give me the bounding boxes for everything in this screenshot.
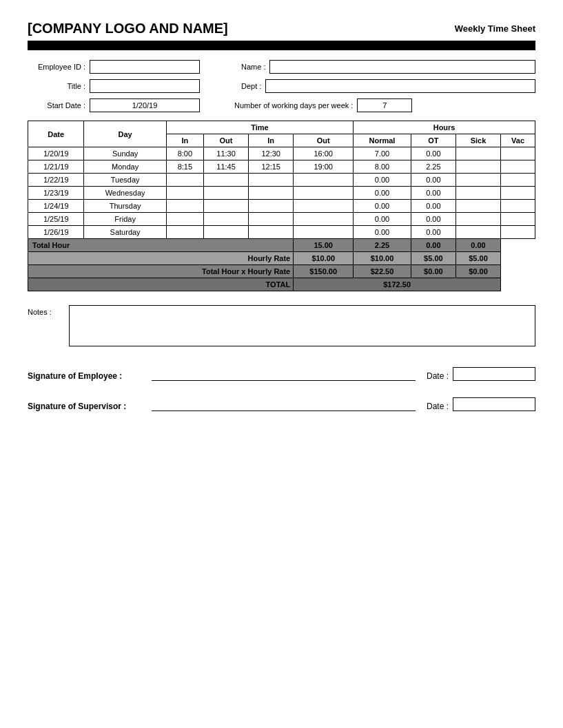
notes-section: Notes : (28, 305, 535, 346)
notes-input[interactable] (69, 305, 535, 346)
table-cell (166, 213, 203, 226)
table-row: 1/23/19Wednesday0.000.00 (28, 187, 535, 200)
employee-id-label: Employee ID : (28, 63, 90, 71)
total-label: TOTAL (28, 278, 294, 291)
title-label: Title : (28, 82, 90, 90)
employee-id-input[interactable] (90, 60, 200, 74)
col-out2-header: Out (294, 134, 354, 147)
hourly-rate-vac: $5.00 (455, 252, 500, 265)
supervisor-sig-row: Signature of Supervisor : Date : (28, 397, 535, 411)
employee-sig-section: Signature of Employee : Date : (28, 367, 535, 381)
hourly-rate-sick: $5.00 (411, 252, 455, 265)
decorative-bar (28, 41, 535, 50)
employee-date-input[interactable] (453, 367, 535, 381)
notes-label: Notes : (28, 305, 69, 316)
dept-input[interactable] (265, 79, 535, 93)
hourly-rate-normal: $10.00 (294, 252, 354, 265)
supervisor-sig-section: Signature of Supervisor : Date : (28, 397, 535, 411)
col-hours-group: Hours (354, 121, 535, 134)
table-cell: 1/26/19 (28, 226, 84, 239)
table-row: 1/24/19Thursday0.000.00 (28, 200, 535, 213)
form-row-title: Title : Dept : (28, 79, 535, 93)
table-cell: 1/23/19 (28, 187, 84, 200)
company-logo-name: [COMPANY LOGO AND NAME] (28, 21, 228, 37)
table-cell: 0.00 (354, 187, 411, 200)
table-cell (455, 174, 500, 187)
table-cell: 1/25/19 (28, 213, 84, 226)
table-cell: 0.00 (411, 147, 455, 160)
table-cell: 0.00 (411, 213, 455, 226)
table-cell (203, 200, 248, 213)
table-cell: 0.00 (354, 200, 411, 213)
total-hour-rate-sick: $0.00 (411, 265, 455, 278)
table-cell (166, 226, 203, 239)
total-hour-rate-vac: $0.00 (455, 265, 500, 278)
table-row: 1/26/19Saturday0.000.00 (28, 226, 535, 239)
table-cell (249, 200, 294, 213)
table-cell: 0.00 (411, 187, 455, 200)
table-cell: Friday (84, 213, 166, 226)
header: [COMPANY LOGO AND NAME] Weekly Time Shee… (28, 21, 535, 37)
col-ot-header: OT (411, 134, 455, 147)
col-sick-header: Sick (455, 134, 500, 147)
table-cell (455, 226, 500, 239)
table-cell (455, 213, 500, 226)
name-label: Name : (234, 63, 269, 71)
working-days-group: Number of working days per week : (234, 98, 535, 112)
table-cell (249, 213, 294, 226)
table-cell (294, 174, 354, 187)
table-cell: 0.00 (411, 200, 455, 213)
table-cell (294, 213, 354, 226)
sheet-title: Weekly Time Sheet (455, 23, 535, 34)
table-cell: 1/22/19 (28, 174, 84, 187)
table-row: 1/20/19Sunday8:0011:3012:3016:007.000.00 (28, 147, 535, 160)
table-cell (203, 187, 248, 200)
table-cell: Tuesday (84, 174, 166, 187)
name-input[interactable] (269, 60, 535, 74)
working-days-input[interactable] (357, 98, 412, 112)
table-cell: 1/24/19 (28, 200, 84, 213)
table-cell: 8.00 (354, 160, 411, 174)
total-hour-rate-label: Total Hour x Hourly Rate (28, 265, 294, 278)
timesheet-table: Date Day Time Hours In Out In Out Normal… (28, 121, 535, 291)
table-cell: 12:30 (249, 147, 294, 160)
table-cell (294, 200, 354, 213)
hourly-rate-ot: $10.00 (354, 252, 411, 265)
start-date-group: Start Date : (28, 98, 234, 112)
table-cell (249, 226, 294, 239)
supervisor-date-input[interactable] (453, 397, 535, 411)
total-hour-ot: 2.25 (354, 239, 411, 252)
table-cell (501, 226, 535, 239)
table-cell: 1/21/19 (28, 160, 84, 174)
table-cell: Sunday (84, 147, 166, 160)
table-cell: 1/20/19 (28, 147, 84, 160)
table-cell (294, 226, 354, 239)
table-row: 1/21/19Monday8:1511:4512:1519:008.002.25 (28, 160, 535, 174)
total-final-row: TOTAL $172.50 (28, 278, 535, 291)
total-hour-normal: 15.00 (294, 239, 354, 252)
table-cell (203, 226, 248, 239)
table-cell: 12:15 (249, 160, 294, 174)
table-cell: Monday (84, 160, 166, 174)
supervisor-date-label: Date : (427, 402, 449, 411)
table-cell: Wednesday (84, 187, 166, 200)
table-cell: 7.00 (354, 147, 411, 160)
col-date-header: Date (28, 121, 84, 147)
table-cell (294, 187, 354, 200)
working-days-label: Number of working days per week : (234, 101, 357, 110)
table-cell: 8:15 (166, 160, 203, 174)
table-cell: Thursday (84, 200, 166, 213)
title-group: Title : (28, 79, 234, 93)
title-input[interactable] (90, 79, 200, 93)
supervisor-sig-line (152, 399, 416, 411)
form-row-startdate: Start Date : Number of working days per … (28, 98, 535, 112)
table-cell (249, 187, 294, 200)
employee-date-label: Date : (427, 371, 449, 381)
total-hour-label: Total Hour (28, 239, 294, 252)
name-group: Name : (234, 60, 535, 74)
start-date-input[interactable] (90, 98, 200, 112)
table-cell (166, 174, 203, 187)
form-row-employee: Employee ID : Name : (28, 60, 535, 74)
table-cell (455, 187, 500, 200)
hourly-rate-row: Hourly Rate $10.00 $10.00 $5.00 $5.00 (28, 252, 535, 265)
